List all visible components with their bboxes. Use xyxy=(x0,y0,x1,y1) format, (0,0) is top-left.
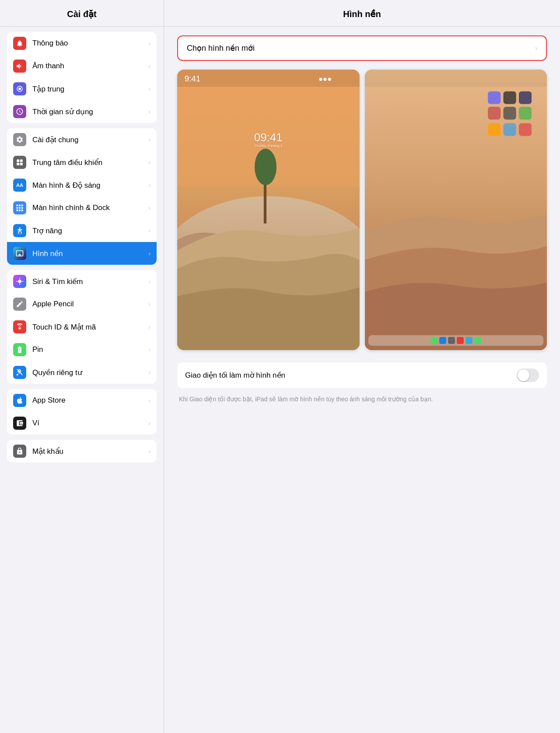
sidebar-item-control-center[interactable]: Trung tâm điều khiển › xyxy=(7,151,157,174)
svg-point-13 xyxy=(19,228,21,229)
sidebar-item-password[interactable]: Mật khẩu › xyxy=(7,440,157,463)
dock-icon-calendar xyxy=(466,337,472,344)
svg-rect-6 xyxy=(21,205,23,207)
control-center-label: Trung tâm điều khiển xyxy=(32,158,148,167)
app-store-icon xyxy=(13,394,26,407)
sidebar-item-thoi-gian[interactable]: Thời gian sử dụng › xyxy=(7,100,157,123)
sidebar-item-am-thanh[interactable]: Âm thanh › xyxy=(7,55,157,77)
svg-rect-35 xyxy=(518,123,531,136)
main-content: Hình nền Chọn hình nền mới › xyxy=(164,0,560,733)
toggle-description: Khi Giao diện tối được bật, iPad sẽ làm … xyxy=(177,393,547,404)
display-label: Màn hình & Độ sáng xyxy=(32,181,148,190)
notification-icon xyxy=(13,37,26,50)
wallpaper-label: Hình nền xyxy=(32,249,148,258)
svg-text:●●●: ●●● xyxy=(318,75,332,83)
thong-bao-label: Thông báo xyxy=(32,39,148,48)
sidebar-item-wallet[interactable]: Ví › xyxy=(7,412,157,435)
general-label: Cài đặt chung xyxy=(32,135,148,144)
sidebar-item-touch-id[interactable]: Touch ID & Mật mã › xyxy=(7,316,157,338)
lock-screen-preview[interactable]: 9:41 ●●● 09:41 Thứ Ba, 9 tháng 1 xyxy=(177,70,360,350)
apple-pencil-label: Apple Pencil xyxy=(32,300,148,309)
am-thanh-label: Âm thanh xyxy=(32,62,148,70)
dock-icon-photos xyxy=(474,337,481,344)
sidebar-item-pin[interactable]: Pin › xyxy=(7,338,157,361)
sidebar-section-1: Thông báo › Âm thanh › Tập trung › Thời … xyxy=(7,32,157,123)
main-title: Hình nền xyxy=(164,0,560,27)
dock-icon-messages xyxy=(430,337,438,344)
svg-text:9:41: 9:41 xyxy=(185,74,200,83)
chevron-icon: › xyxy=(148,40,150,47)
main-body: Chọn hình nền mới › xyxy=(164,27,560,733)
homescreen-label: Màn hình chính & Dock xyxy=(32,203,148,212)
sidebar-item-accessibility[interactable]: Trợ năng › xyxy=(7,219,157,242)
control-center-icon xyxy=(13,156,26,169)
chevron-icon: › xyxy=(148,136,150,143)
sidebar-item-cai-dat-chung[interactable]: Cài đặt chung › xyxy=(7,128,157,151)
wallpaper-previews: 9:41 ●●● 09:41 Thứ Ba, 9 tháng 1 xyxy=(177,70,547,350)
sidebar: Cài đặt Thông báo › Âm thanh › Tập trung… xyxy=(0,0,164,733)
chevron-icon: › xyxy=(148,278,150,285)
sidebar-item-siri[interactable]: Siri & Tìm kiếm › xyxy=(7,270,157,293)
svg-rect-3 xyxy=(20,163,23,165)
svg-rect-29 xyxy=(518,91,531,104)
toggle-label: Giao diện tối làm mờ hình nền xyxy=(185,371,285,380)
dock-icon-safari xyxy=(439,337,446,344)
svg-rect-26 xyxy=(365,70,547,87)
svg-rect-12 xyxy=(21,210,23,211)
choose-wallpaper-chevron: › xyxy=(535,44,537,52)
svg-rect-32 xyxy=(518,107,531,119)
chevron-icon: › xyxy=(148,323,150,330)
svg-rect-28 xyxy=(503,91,516,104)
wallet-icon xyxy=(13,417,26,430)
svg-point-21 xyxy=(255,149,276,185)
battery-icon xyxy=(13,343,26,356)
pencil-icon xyxy=(13,298,26,311)
svg-rect-27 xyxy=(488,91,500,104)
sidebar-item-display[interactable]: AA Màn hình & Độ sáng › xyxy=(7,174,157,196)
chevron-icon: › xyxy=(148,159,150,166)
svg-rect-30 xyxy=(488,107,500,119)
dock-icon-mail xyxy=(448,337,455,344)
dark-mode-toggle[interactable] xyxy=(517,368,539,382)
privacy-label: Quyền riêng tư xyxy=(32,368,148,377)
app-store-label: App Store xyxy=(32,396,148,405)
svg-rect-22 xyxy=(177,70,360,87)
home-dock xyxy=(368,335,544,346)
chevron-icon: › xyxy=(148,369,150,376)
sidebar-item-tap-trung[interactable]: Tập trung › xyxy=(7,77,157,100)
chevron-icon: › xyxy=(148,397,150,404)
touch-id-label: Touch ID & Mật mã xyxy=(32,323,148,332)
sidebar-item-app-store[interactable]: App Store › xyxy=(7,389,157,412)
chevron-icon: › xyxy=(148,250,150,257)
choose-wallpaper-label: Chọn hình nền mới xyxy=(187,43,255,53)
svg-point-14 xyxy=(18,280,21,283)
svg-rect-33 xyxy=(488,123,500,136)
sidebar-item-homescreen[interactable]: Màn hình chính & Dock › xyxy=(7,196,157,219)
svg-rect-9 xyxy=(21,207,23,209)
svg-rect-1 xyxy=(20,159,23,162)
chevron-icon: › xyxy=(148,301,150,308)
sidebar-section-2: Cài đặt chung › Trung tâm điều khiển › A… xyxy=(7,128,157,265)
siri-icon xyxy=(13,275,26,288)
screen-time-icon xyxy=(13,105,26,118)
lockscreen-time: 09:41 Thứ Ba, 9 tháng 1 xyxy=(177,131,360,148)
display-icon: AA xyxy=(13,179,26,192)
chevron-icon: › xyxy=(148,182,150,189)
sidebar-item-apple-pencil[interactable]: Apple Pencil › xyxy=(7,293,157,316)
svg-rect-11 xyxy=(19,210,21,211)
password-label: Mật khẩu xyxy=(32,447,148,456)
sidebar-item-wallpaper[interactable]: Hình nền › xyxy=(7,242,157,265)
home-screen-preview[interactable] xyxy=(365,70,547,350)
sidebar-item-thong-bao[interactable]: Thông báo › xyxy=(7,32,157,55)
choose-wallpaper-button[interactable]: Chọn hình nền mới › xyxy=(177,35,547,61)
siri-label: Siri & Tìm kiếm xyxy=(32,277,148,286)
chevron-icon: › xyxy=(148,85,150,92)
svg-rect-0 xyxy=(17,159,19,162)
sidebar-item-privacy[interactable]: Quyền riêng tư › xyxy=(7,361,157,384)
chevron-icon: › xyxy=(148,63,150,70)
chevron-icon: › xyxy=(148,448,150,455)
dark-mode-toggle-row: Giao diện tối làm mờ hình nền xyxy=(177,362,547,388)
svg-rect-34 xyxy=(503,123,516,136)
chevron-icon: › xyxy=(148,227,150,234)
focus-icon xyxy=(13,82,26,95)
